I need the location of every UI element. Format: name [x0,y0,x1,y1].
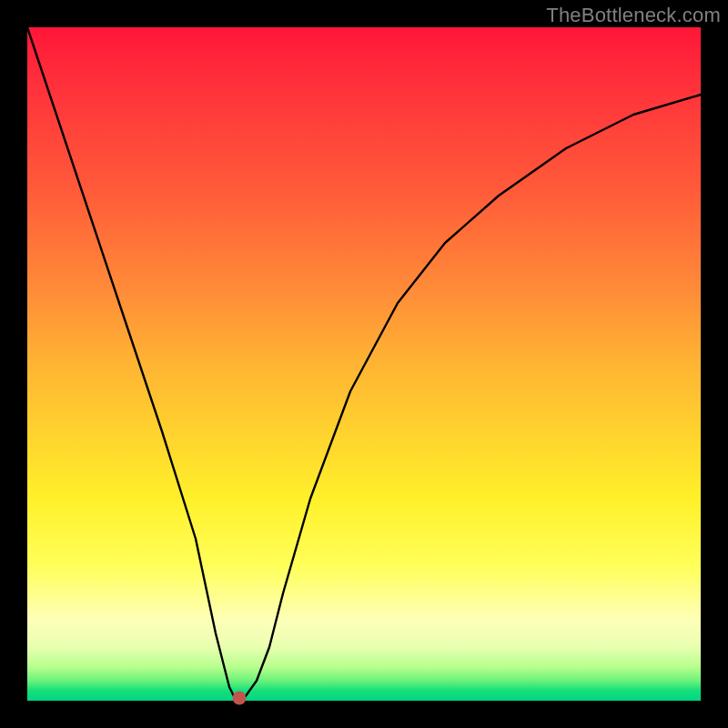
optimal-marker [233,692,247,705]
chart-frame: TheBottleneck.com [0,0,728,728]
plot-area [27,27,701,701]
curve-svg [27,27,701,701]
bottleneck-curve [27,27,701,700]
watermark-text: TheBottleneck.com [546,4,721,27]
